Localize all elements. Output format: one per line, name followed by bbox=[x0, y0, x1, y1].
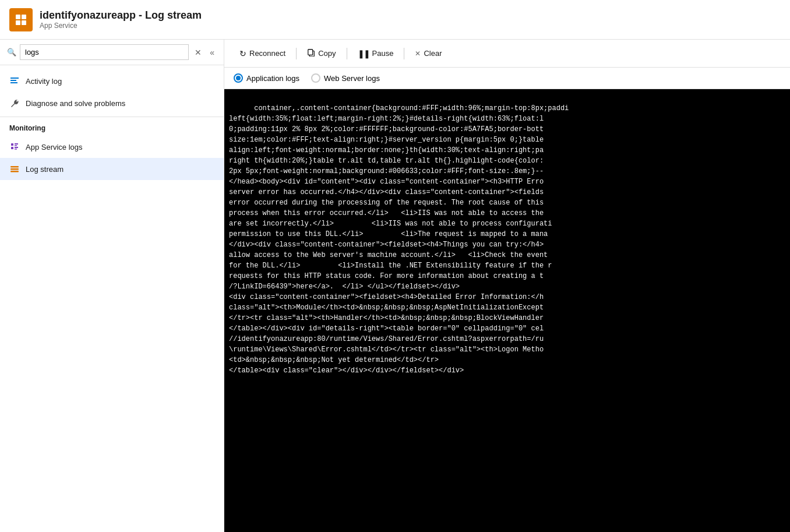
svg-rect-13 bbox=[10, 166, 19, 168]
toolbar: ↻ Reconnect Copy ❚❚ Pause ✕ Clear bbox=[224, 40, 790, 68]
svg-rect-5 bbox=[10, 80, 16, 81]
clear-label: Clear bbox=[424, 49, 442, 58]
pause-label: Pause bbox=[372, 49, 394, 58]
separator-2 bbox=[347, 48, 347, 59]
web-server-logs-radio[interactable]: Web Server logs bbox=[311, 73, 380, 83]
copy-icon bbox=[307, 48, 315, 58]
content-area: ↻ Reconnect Copy ❚❚ Pause ✕ Clear bbox=[224, 40, 790, 532]
sidebar-nav: Activity log Diagnose and solve problems… bbox=[0, 65, 224, 532]
application-logs-label: Application logs bbox=[246, 74, 299, 83]
app-icon-svg bbox=[14, 13, 28, 27]
reconnect-icon: ↻ bbox=[239, 49, 246, 58]
sidebar-item-log-stream-label: Log stream bbox=[26, 165, 64, 174]
web-server-logs-radio-circle bbox=[311, 73, 320, 83]
copy-button[interactable]: Copy bbox=[301, 45, 341, 61]
sidebar-item-diagnose-label: Diagnose and solve problems bbox=[26, 99, 125, 108]
svg-rect-3 bbox=[22, 20, 26, 25]
svg-rect-17 bbox=[308, 50, 313, 55]
sidebar-item-diagnose[interactable]: Diagnose and solve problems bbox=[0, 92, 224, 114]
collapse-sidebar-button[interactable]: « bbox=[207, 47, 217, 58]
search-icon: 🔍 bbox=[7, 48, 16, 57]
svg-rect-10 bbox=[11, 147, 13, 149]
svg-rect-0 bbox=[16, 15, 20, 19]
pause-button[interactable]: ❚❚ Pause bbox=[352, 46, 400, 61]
web-server-logs-label: Web Server logs bbox=[324, 74, 380, 83]
svg-rect-11 bbox=[15, 147, 18, 148]
clear-search-button[interactable]: ✕ bbox=[192, 47, 204, 58]
svg-rect-12 bbox=[15, 149, 17, 150]
svg-rect-6 bbox=[10, 82, 17, 83]
header-text: identifyonazureapp - Log stream App Serv… bbox=[40, 9, 202, 30]
log-content: container,.content-container{background:… bbox=[229, 104, 569, 375]
sidebar-item-app-service-logs-label: App Service logs bbox=[26, 143, 83, 152]
svg-rect-7 bbox=[11, 143, 13, 146]
application-logs-radio-circle bbox=[234, 73, 243, 83]
monitoring-section-header: Monitoring bbox=[0, 117, 224, 136]
svg-rect-1 bbox=[22, 15, 26, 19]
sidebar: 🔍 ✕ « Activity log Diagnose and solve pr… bbox=[0, 40, 224, 532]
clear-button[interactable]: ✕ Clear bbox=[409, 46, 447, 61]
clear-icon: ✕ bbox=[415, 50, 421, 58]
pause-icon: ❚❚ bbox=[358, 49, 369, 58]
sidebar-item-log-stream[interactable]: Log stream bbox=[0, 158, 224, 180]
separator-1 bbox=[296, 48, 297, 59]
main-layout: 🔍 ✕ « Activity log Diagnose and solve pr… bbox=[0, 40, 790, 532]
svg-rect-9 bbox=[15, 145, 17, 146]
svg-rect-4 bbox=[10, 77, 19, 79]
search-input[interactable] bbox=[20, 44, 189, 60]
reconnect-label: Reconnect bbox=[249, 49, 285, 58]
log-stream-icon bbox=[9, 164, 20, 174]
svg-rect-15 bbox=[10, 171, 19, 172]
page-title: identifyonazureapp - Log stream bbox=[40, 9, 202, 22]
log-output[interactable]: container,.content-container{background:… bbox=[224, 89, 790, 532]
sidebar-item-activity-log-label: Activity log bbox=[26, 77, 62, 86]
sidebar-item-app-service-logs[interactable]: App Service logs bbox=[0, 136, 224, 158]
svg-rect-8 bbox=[15, 143, 18, 145]
app-service-icon bbox=[9, 8, 33, 31]
app-header: identifyonazureapp - Log stream App Serv… bbox=[0, 0, 790, 40]
svg-rect-14 bbox=[10, 168, 19, 170]
application-logs-radio[interactable]: Application logs bbox=[234, 73, 299, 83]
svg-rect-2 bbox=[16, 20, 20, 25]
separator-3 bbox=[404, 48, 404, 59]
copy-label: Copy bbox=[318, 49, 336, 58]
sidebar-item-activity-log[interactable]: Activity log bbox=[0, 70, 224, 92]
app-service-logs-icon bbox=[9, 142, 20, 152]
page-subtitle: App Service bbox=[40, 22, 202, 30]
reconnect-button[interactable]: ↻ Reconnect bbox=[234, 46, 291, 61]
search-bar: 🔍 ✕ « bbox=[0, 40, 224, 65]
log-tabs: Application logs Web Server logs bbox=[224, 68, 790, 89]
wrench-icon bbox=[9, 98, 20, 108]
activity-log-icon bbox=[9, 76, 20, 86]
